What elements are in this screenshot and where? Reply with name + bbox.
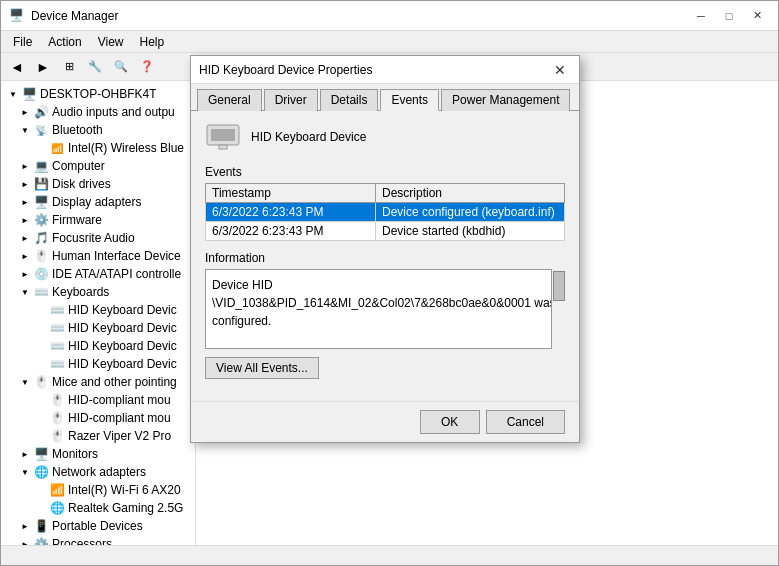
close-button[interactable]: ✕ xyxy=(744,6,770,26)
tree-network[interactable]: ▼ 🌐 Network adapters xyxy=(1,463,195,481)
computer-label: Computer xyxy=(52,159,105,173)
maximize-button[interactable]: □ xyxy=(716,6,742,26)
hid-mouse1-icon: 🖱️ xyxy=(49,392,65,408)
tree-root[interactable]: ▼ 🖥️ DESKTOP-OHBFK4T xyxy=(1,85,195,103)
tree-mice[interactable]: ▼ 🖱️ Mice and other pointing xyxy=(1,373,195,391)
realtek-icon: 🌐 xyxy=(49,500,65,516)
toolbar-back[interactable]: ◄ xyxy=(5,56,29,78)
tree-computer[interactable]: ► 💻 Computer xyxy=(1,157,195,175)
title-bar-left: 🖥️ Device Manager xyxy=(9,8,118,24)
display-label: Display adapters xyxy=(52,195,141,209)
razer-icon: 🖱️ xyxy=(49,428,65,444)
tree-audio[interactable]: ► 🔊 Audio inputs and outpu xyxy=(1,103,195,121)
hid-kb1-arrow xyxy=(33,302,49,318)
ide-icon: 💿 xyxy=(33,266,49,282)
network-label: Network adapters xyxy=(52,465,146,479)
network-icon: 🌐 xyxy=(33,464,49,480)
tree-portable[interactable]: ► 📱 Portable Devices xyxy=(1,517,195,535)
app-icon: 🖥️ xyxy=(9,8,25,24)
tree-hid[interactable]: ► 🖱️ Human Interface Device xyxy=(1,247,195,265)
status-bar xyxy=(1,545,778,565)
tree-hid-kb2[interactable]: ⌨️ HID Keyboard Devic xyxy=(1,319,195,337)
event2-timestamp: 6/3/2022 6:23:43 PM xyxy=(206,222,376,241)
tree-hid-kb3[interactable]: ⌨️ HID Keyboard Devic xyxy=(1,337,195,355)
device-icon xyxy=(205,123,241,151)
tree-firmware[interactable]: ► ⚙️ Firmware xyxy=(1,211,195,229)
audio-arrow: ► xyxy=(17,104,33,120)
tree-display[interactable]: ► 🖥️ Display adapters xyxy=(1,193,195,211)
tree-disk[interactable]: ► 💾 Disk drives xyxy=(1,175,195,193)
tree-processors[interactable]: ► ⚙️ Processors xyxy=(1,535,195,545)
focusrite-label: Focusrite Audio xyxy=(52,231,135,245)
device-header: HID Keyboard Device xyxy=(205,123,565,151)
device-name: HID Keyboard Device xyxy=(251,130,366,144)
disk-arrow: ► xyxy=(17,176,33,192)
tab-power-management[interactable]: Power Management xyxy=(441,89,570,111)
firmware-icon: ⚙️ xyxy=(33,212,49,228)
cancel-button[interactable]: Cancel xyxy=(486,410,565,434)
information-text: Device HID \VID_1038&PID_1614&MI_02&Col0… xyxy=(205,269,565,349)
menu-file[interactable]: File xyxy=(5,33,40,51)
tree-monitors[interactable]: ► 🖥️ Monitors xyxy=(1,445,195,463)
toolbar-properties[interactable]: ⊞ xyxy=(57,56,81,78)
tree-intel-wireless[interactable]: 📶 Intel(R) Wireless Blue xyxy=(1,139,195,157)
tree-hid-kb4[interactable]: ⌨️ HID Keyboard Devic xyxy=(1,355,195,373)
hid-kb4-label: HID Keyboard Devic xyxy=(68,357,177,371)
tree-intel-wifi[interactable]: 📶 Intel(R) Wi-Fi 6 AX20 xyxy=(1,481,195,499)
tree-bluetooth[interactable]: ▼ 📡 Bluetooth xyxy=(1,121,195,139)
toolbar-scan[interactable]: 🔍 xyxy=(109,56,133,78)
computer-arrow: ► xyxy=(17,158,33,174)
svg-rect-2 xyxy=(219,145,227,149)
ide-label: IDE ATA/ATAPI controlle xyxy=(52,267,181,281)
audio-icon: 🔊 xyxy=(33,104,49,120)
dialog-close-button[interactable]: ✕ xyxy=(549,60,571,80)
view-all-events-button[interactable]: View All Events... xyxy=(205,357,319,379)
menu-help[interactable]: Help xyxy=(132,33,173,51)
display-icon: 🖥️ xyxy=(33,194,49,210)
dialog-content: HID Keyboard Device Events Timestamp Des… xyxy=(191,111,579,401)
toolbar-update[interactable]: 🔧 xyxy=(83,56,107,78)
mice-arrow: ▼ xyxy=(17,374,33,390)
monitors-icon: 🖥️ xyxy=(33,446,49,462)
info-content: Device HID \VID_1038&PID_1614&MI_02&Col0… xyxy=(212,278,559,349)
hid-kb2-arrow xyxy=(33,320,49,336)
hid-mouse1-label: HID-compliant mou xyxy=(68,393,171,407)
tree-hid-mouse2[interactable]: 🖱️ HID-compliant mou xyxy=(1,409,195,427)
mice-label: Mice and other pointing xyxy=(52,375,177,389)
event-row-1[interactable]: 6/3/2022 6:23:43 PM Device configured (k… xyxy=(206,203,565,222)
processors-arrow: ► xyxy=(17,536,33,545)
menu-action[interactable]: Action xyxy=(40,33,89,51)
hid-kb3-icon: ⌨️ xyxy=(49,338,65,354)
tree-keyboards[interactable]: ▼ ⌨️ Keyboards xyxy=(1,283,195,301)
toolbar-forward[interactable]: ► xyxy=(31,56,55,78)
tab-driver[interactable]: Driver xyxy=(264,89,318,111)
tree-hid-kb1[interactable]: ⌨️ HID Keyboard Devic xyxy=(1,301,195,319)
monitors-label: Monitors xyxy=(52,447,98,461)
intel-wireless-label: Intel(R) Wireless Blue xyxy=(68,141,184,155)
tree-razer[interactable]: 🖱️ Razer Viper V2 Pro xyxy=(1,427,195,445)
menu-view[interactable]: View xyxy=(90,33,132,51)
intel-wifi-arrow xyxy=(33,482,49,498)
event1-description: Device configured (keyboard.inf) xyxy=(376,203,565,222)
tab-bar: General Driver Details Events Power Mana… xyxy=(191,84,579,111)
hid-kb1-label: HID Keyboard Devic xyxy=(68,303,177,317)
tab-details[interactable]: Details xyxy=(320,89,379,111)
tree-realtek[interactable]: 🌐 Realtek Gaming 2.5G xyxy=(1,499,195,517)
disk-icon: 💾 xyxy=(33,176,49,192)
tree-hid-mouse1[interactable]: 🖱️ HID-compliant mou xyxy=(1,391,195,409)
ok-button[interactable]: OK xyxy=(420,410,480,434)
tree-focusrite[interactable]: ► 🎵 Focusrite Audio xyxy=(1,229,195,247)
event-row-2[interactable]: 6/3/2022 6:23:43 PM Device started (kbdh… xyxy=(206,222,565,241)
tree-ide[interactable]: ► 💿 IDE ATA/ATAPI controlle xyxy=(1,265,195,283)
realtek-label: Realtek Gaming 2.5G xyxy=(68,501,183,515)
toolbar-help[interactable]: ❓ xyxy=(135,56,159,78)
info-scrollbar[interactable] xyxy=(551,269,565,349)
title-bar-buttons: ─ □ ✕ xyxy=(688,6,770,26)
tab-general[interactable]: General xyxy=(197,89,262,111)
hid-mouse2-icon: 🖱️ xyxy=(49,410,65,426)
razer-arrow xyxy=(33,428,49,444)
bluetooth-label: Bluetooth xyxy=(52,123,103,137)
intel-wifi-label: Intel(R) Wi-Fi 6 AX20 xyxy=(68,483,181,497)
tab-events[interactable]: Events xyxy=(380,89,439,111)
minimize-button[interactable]: ─ xyxy=(688,6,714,26)
